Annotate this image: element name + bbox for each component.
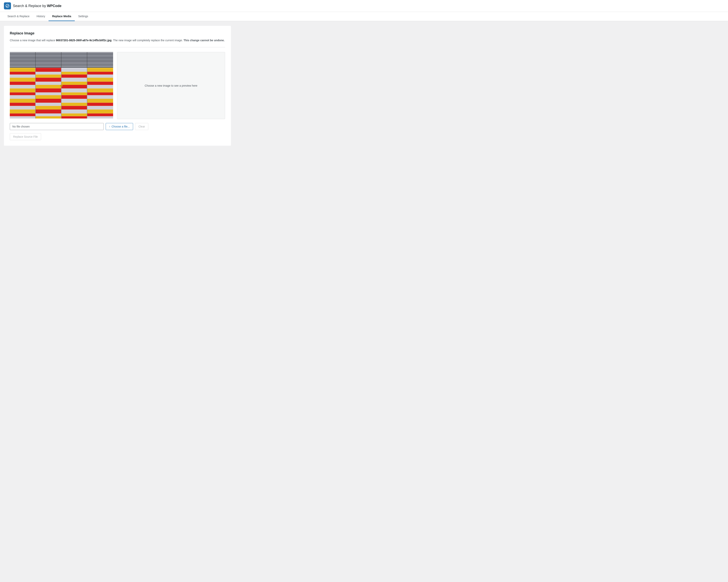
svg-rect-67	[10, 106, 35, 110]
tab-settings[interactable]: Settings	[75, 12, 92, 21]
tab-history[interactable]: History	[33, 12, 49, 21]
svg-rect-64	[35, 103, 61, 106]
svg-rect-39	[10, 82, 35, 85]
svg-rect-33	[61, 75, 87, 78]
svg-rect-76	[35, 114, 61, 116]
svg-rect-56	[35, 95, 61, 99]
warning-text: This change cannot be undone.	[184, 39, 225, 42]
svg-rect-41	[61, 82, 87, 85]
svg-rect-23	[10, 68, 35, 72]
filename-highlight: 90037201-0825-390f-a87e-9c14f5cb0f2c.jpg	[56, 39, 111, 42]
svg-rect-48	[35, 89, 61, 92]
svg-rect-47	[10, 89, 35, 92]
svg-rect-46	[87, 85, 113, 88]
svg-rect-70	[87, 106, 113, 110]
current-image-svg	[10, 52, 113, 118]
replace-source-row: Replace Source File	[10, 133, 225, 140]
svg-rect-75	[10, 114, 35, 116]
svg-rect-80	[35, 116, 61, 119]
svg-rect-35	[10, 78, 35, 82]
svg-rect-54	[87, 92, 113, 95]
svg-rect-71	[10, 110, 35, 113]
svg-rect-52	[35, 92, 61, 95]
svg-rect-65	[61, 103, 87, 106]
svg-rect-51	[10, 92, 35, 95]
clear-button[interactable]: Clear	[135, 123, 148, 130]
svg-rect-50	[87, 89, 113, 92]
svg-rect-81	[61, 116, 87, 119]
svg-rect-59	[10, 99, 35, 103]
nav-tabs: Search & Replace History Replace Media S…	[0, 12, 728, 21]
wpcode-logo-svg	[5, 4, 9, 8]
svg-rect-34	[87, 75, 113, 78]
tab-replace-media[interactable]: Replace Media	[49, 12, 75, 21]
svg-rect-69	[61, 106, 87, 110]
svg-rect-29	[61, 72, 87, 75]
image-preview-row: Choose a new image to see a preview here	[10, 52, 225, 119]
svg-rect-32	[35, 75, 61, 78]
svg-rect-79	[10, 116, 35, 119]
svg-rect-78	[87, 114, 113, 116]
svg-rect-82	[87, 116, 113, 119]
svg-rect-26	[87, 68, 113, 72]
svg-rect-77	[61, 114, 87, 116]
svg-rect-85	[87, 52, 87, 118]
svg-rect-63	[10, 103, 35, 106]
current-image-container	[10, 52, 113, 119]
svg-rect-60	[35, 99, 61, 103]
svg-rect-68	[35, 106, 61, 110]
svg-rect-27	[10, 72, 35, 75]
svg-rect-86	[60, 85, 62, 86]
new-image-preview: Choose a new image to see a preview here	[117, 52, 225, 119]
file-input-text: No file chosen	[12, 125, 30, 128]
svg-rect-38	[87, 78, 113, 82]
section-title: Replace Image	[10, 31, 225, 35]
header-title: Search & Replace by WPCode	[13, 4, 61, 8]
replace-source-button[interactable]: Replace Source File	[10, 133, 41, 140]
file-input-display: No file chosen	[10, 123, 104, 130]
svg-rect-49	[61, 89, 87, 92]
new-image-placeholder-text: Choose a new image to see a preview here	[145, 84, 197, 87]
svg-rect-58	[87, 95, 113, 99]
svg-rect-53	[61, 92, 87, 95]
svg-rect-66	[87, 103, 113, 106]
svg-rect-24	[35, 68, 61, 72]
svg-rect-72	[35, 110, 61, 113]
content-card: Replace Image Choose a new image that wi…	[4, 26, 231, 146]
header: Search & Replace by WPCode	[0, 0, 728, 12]
svg-rect-74	[87, 110, 113, 113]
svg-rect-25	[61, 68, 87, 72]
description-text: Choose a new image that will replace 900…	[10, 38, 225, 43]
svg-rect-61	[61, 99, 87, 103]
svg-rect-62	[87, 99, 113, 103]
tab-search-replace[interactable]: Search & Replace	[4, 12, 33, 21]
svg-rect-44	[35, 85, 61, 88]
svg-rect-43	[10, 85, 35, 88]
file-input-row: No file chosen ↑ Choose a file... Clear	[10, 123, 225, 130]
svg-rect-28	[35, 72, 61, 75]
svg-rect-73	[61, 110, 87, 113]
svg-rect-37	[61, 78, 87, 82]
svg-rect-83	[35, 52, 35, 118]
svg-rect-57	[61, 95, 87, 99]
page-wrapper: Search & Replace by WPCode Search & Repl…	[0, 0, 728, 582]
svg-rect-42	[87, 82, 113, 85]
upload-icon: ↑	[109, 125, 110, 128]
svg-rect-36	[35, 78, 61, 82]
svg-rect-40	[35, 82, 61, 85]
svg-rect-45	[61, 85, 87, 88]
choose-file-button[interactable]: ↑ Choose a file...	[106, 123, 133, 130]
logo-icon	[4, 2, 11, 9]
main-content: Replace Image Choose a new image that wi…	[0, 21, 235, 150]
svg-rect-55	[10, 95, 35, 99]
svg-rect-30	[87, 72, 113, 75]
svg-rect-31	[10, 75, 35, 78]
